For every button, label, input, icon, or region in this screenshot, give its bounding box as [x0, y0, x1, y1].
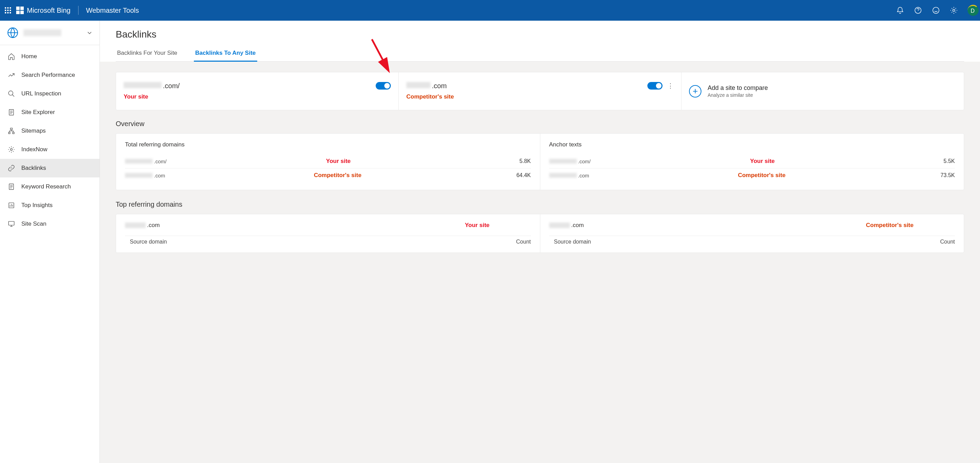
add-site-subtitle: Analyze a similar site: [708, 92, 768, 98]
sidebar-item-url-inspection[interactable]: URL Inspection: [0, 85, 100, 103]
home-icon: [8, 53, 15, 60]
notification-icon[interactable]: [896, 6, 904, 14]
top-referring-title: Top referring domains: [116, 201, 964, 208]
competitor-site-domain: .com: [406, 82, 648, 90]
svg-point-9: [10, 148, 13, 150]
desktop-icon: [8, 220, 15, 228]
ov-domain: .com/: [549, 158, 591, 164]
search-icon: [8, 90, 15, 97]
product-name: Webmaster Tools: [86, 6, 139, 14]
overview-row: .comCompetitor's site73.5K: [549, 168, 955, 182]
settings-gear-icon[interactable]: [950, 6, 958, 14]
overview-row: .com/Your site5.8K: [125, 154, 531, 168]
sidebar-item-home[interactable]: Home: [0, 47, 100, 66]
referring-card-title: Total referring domains: [125, 141, 531, 148]
overview-row: .com/Your site5.5K: [549, 154, 955, 168]
your-site-toggle[interactable]: [375, 82, 391, 89]
add-site-title: Add a site to compare: [708, 85, 768, 92]
svg-point-4: [9, 91, 13, 96]
ov-tag: Competitor's site: [589, 172, 934, 179]
page-title: Backlinks: [116, 29, 964, 40]
header-divider: [78, 6, 78, 15]
sidebar-item-sitemaps[interactable]: Sitemaps: [0, 121, 100, 140]
nav-label: Backlinks: [21, 164, 46, 172]
competitor-site-card: .com Competitor's site ⋮: [399, 72, 681, 110]
help-icon[interactable]: [914, 6, 922, 14]
selected-site-blurred: [24, 29, 61, 36]
ov-tag: Your site: [590, 158, 934, 164]
sidebar-item-site-scan[interactable]: Site Scan: [0, 215, 100, 233]
nav-label: Search Performance: [21, 72, 75, 78]
svg-point-1: [933, 7, 939, 13]
top-header: Microsoft Bing Webmaster Tools D: [0, 0, 980, 21]
bing-logo[interactable]: Microsoft Bing: [16, 6, 71, 14]
gear-icon: [8, 146, 15, 153]
ov-value: 64.4K: [510, 172, 531, 179]
main-header: Backlinks Backlinks For Your SiteBacklin…: [100, 21, 980, 62]
col-source-domain: Source domain: [125, 239, 496, 245]
sidebar-item-top-insights[interactable]: Top Insights: [0, 196, 100, 215]
doc-icon: [8, 183, 15, 190]
svg-rect-12: [9, 222, 14, 225]
doc-icon: [8, 109, 15, 116]
ov-value: 5.5K: [934, 158, 955, 164]
nav-label: IndexNow: [21, 146, 48, 153]
feedback-smile-icon[interactable]: [932, 6, 940, 14]
competitor-site-toggle[interactable]: [648, 82, 662, 89]
col-source-domain: Source domain: [549, 239, 921, 245]
ov-value: 5.8K: [510, 158, 531, 164]
sidebar: HomeSearch PerformanceURL InspectionSite…: [0, 21, 100, 463]
svg-rect-7: [9, 132, 10, 134]
main-content: Backlinks Backlinks For Your SiteBacklin…: [100, 21, 980, 463]
sidebar-item-backlinks[interactable]: Backlinks: [0, 159, 100, 177]
add-site-card[interactable]: + Add a site to compare Analyze a simila…: [681, 72, 964, 110]
sidebar-item-search-performance[interactable]: Search Performance: [0, 66, 100, 85]
link-icon: [8, 164, 15, 172]
overview-section-title: Overview: [116, 120, 964, 128]
tab-backlinks-for-your-site[interactable]: Backlinks For Your Site: [116, 46, 179, 61]
overview-grid: Total referring domains .com/Your site5.…: [116, 133, 964, 190]
sidebar-item-keyword-research[interactable]: Keyword Research: [0, 177, 100, 196]
site-selector[interactable]: [0, 21, 100, 45]
ov-tag: Competitor's site: [165, 172, 510, 179]
top-referring-column: .comCompetitor's siteSource domainCount: [540, 214, 964, 252]
col-count: Count: [496, 239, 531, 245]
user-avatar[interactable]: D: [967, 5, 978, 16]
brand-text: Microsoft Bing: [27, 6, 71, 14]
your-site-domain: .com/: [124, 82, 375, 90]
tree-icon: [8, 127, 15, 135]
add-plus-icon[interactable]: +: [689, 85, 702, 97]
insight-icon: [8, 201, 15, 209]
ov-value: 73.5K: [934, 172, 955, 179]
chevron-down-icon: [86, 30, 92, 36]
nav-label: Top Insights: [21, 202, 52, 209]
svg-rect-8: [13, 132, 14, 134]
ov-domain: .com/: [125, 158, 167, 164]
nav-label: Keyword Research: [21, 183, 71, 190]
top-table-headers: Source domainCount: [125, 236, 531, 245]
top-referring-column: .comYour siteSource domainCount: [116, 214, 540, 252]
referring-domains-card: Total referring domains .com/Your site5.…: [116, 134, 540, 190]
competitor-more-menu[interactable]: ⋮: [667, 82, 673, 89]
ov-tag: Your site: [167, 158, 510, 164]
svg-point-2: [953, 9, 955, 11]
sidebar-item-indexnow[interactable]: IndexNow: [0, 140, 100, 159]
globe-icon: [7, 27, 19, 38]
nav-label: Site Scan: [21, 220, 46, 227]
overview-row: .comCompetitor's site64.4K: [125, 168, 531, 182]
tab-backlinks-to-any-site[interactable]: Backlinks To Any Site: [194, 46, 257, 62]
svg-rect-6: [10, 128, 13, 130]
ov-domain: .com: [549, 172, 590, 179]
top-table-headers: Source domainCount: [549, 236, 955, 245]
col-count: Count: [920, 239, 955, 245]
your-site-card: .com/ Your site: [116, 72, 399, 110]
top-referring-grid: .comYour siteSource domainCount.comCompe…: [116, 214, 964, 253]
sidebar-nav: HomeSearch PerformanceURL InspectionSite…: [0, 45, 100, 233]
app-launcher-icon[interactable]: [5, 7, 11, 13]
nav-label: URL Inspection: [21, 90, 61, 97]
top-col-tag: Competitor's site: [866, 222, 913, 229]
your-site-tag: Your site: [124, 93, 375, 100]
top-col-tag: Your site: [465, 222, 489, 229]
nav-label: Site Explorer: [21, 109, 55, 116]
sidebar-item-site-explorer[interactable]: Site Explorer: [0, 103, 100, 121]
